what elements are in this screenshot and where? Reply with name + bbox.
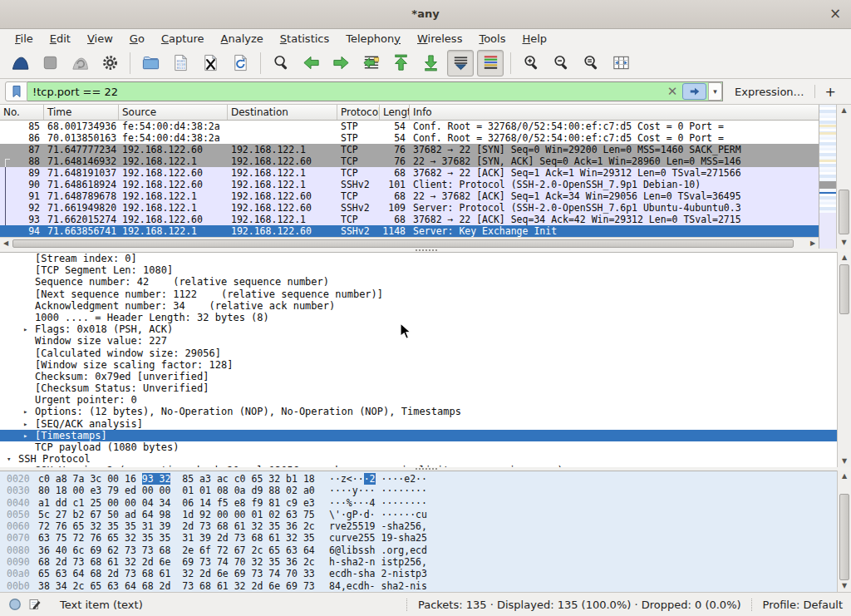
detail-line[interactable]: [Checksum Status: Unverified]	[0, 382, 837, 394]
toolbar-find-packet-button[interactable]	[268, 50, 294, 76]
detail-line[interactable]: ▸[SEQ/ACK analysis]	[0, 418, 837, 430]
packet-row-86[interactable]: 8670.013850163fe:54:00:d4:38:2aSTP54Conf…	[0, 132, 819, 144]
toolbar-colorize-button[interactable]	[477, 50, 504, 76]
detail-line[interactable]: Urgent pointer: 0	[0, 394, 837, 406]
column-header-info[interactable]: Info	[410, 105, 819, 120]
apply-filter-button[interactable]	[682, 83, 706, 100]
scroll-down-icon[interactable]: ▼	[837, 237, 851, 249]
menu-item-analyze[interactable]: Analyze	[213, 31, 272, 47]
scroll-up-icon[interactable]: ▲	[837, 105, 851, 116]
scroll-up-icon[interactable]: ▲	[838, 471, 851, 482]
column-header-time[interactable]: Time	[44, 105, 119, 120]
display-filter-input[interactable]	[27, 85, 664, 99]
packet-row-94[interactable]: 9471.663856741192.168.122.1192.168.122.6…	[0, 225, 819, 237]
toolbar-go-forward-button[interactable]	[327, 50, 354, 76]
expression-button[interactable]: Expression…	[723, 86, 814, 98]
packet-row-85[interactable]: 8568.001734936fe:54:00:d4:38:2aSTP54Conf…	[0, 121, 819, 132]
packet-row-88[interactable]: 8871.648146932192.168.122.1192.168.122.6…	[0, 155, 819, 167]
toolbar-go-to-packet-button[interactable]	[357, 50, 384, 76]
menu-item-view[interactable]: View	[79, 31, 121, 47]
toolbar-stop-capture-button[interactable]	[37, 50, 63, 76]
scrollbar-thumb[interactable]	[12, 239, 794, 248]
column-header-no[interactable]: No.	[0, 105, 44, 120]
toolbar-zoom-out-button[interactable]	[548, 50, 574, 76]
clear-filter-icon[interactable]: ✕	[664, 84, 681, 99]
expand-icon[interactable]: ▸	[23, 465, 27, 467]
menu-item-help[interactable]: Help	[514, 31, 555, 47]
detail-line[interactable]: Checksum: 0x79ed [unverified]	[0, 371, 837, 382]
menu-item-statistics[interactable]: Statistics	[272, 31, 337, 47]
column-header-source[interactable]: Source	[119, 105, 228, 120]
scrollbar-thumb[interactable]	[839, 264, 849, 314]
detail-line[interactable]: [Stream index: 0]	[0, 253, 837, 264]
scrollbar-thumb[interactable]	[839, 494, 849, 580]
packet-row-92[interactable]: 9271.661949820192.168.122.1192.168.122.6…	[0, 202, 819, 214]
menu-item-edit[interactable]: Edit	[42, 31, 79, 47]
hex-row-0080[interactable]: 008036 40 6c 69 62 73 73 68 2e 6f 72 67 …	[0, 545, 837, 556]
scroll-up-icon[interactable]: ▲	[838, 252, 851, 264]
detail-line[interactable]: [Next sequence number: 1122 (relative se…	[0, 288, 837, 300]
toolbar-resize-columns-button[interactable]	[608, 50, 634, 76]
scrollbar-thumb[interactable]	[839, 190, 849, 234]
toolbar-start-capture-button[interactable]	[7, 50, 33, 76]
detail-line[interactable]: [Calculated window size: 29056]	[0, 347, 837, 359]
scroll-down-icon[interactable]: ▼	[838, 456, 851, 467]
status-profile[interactable]: Profile: Default	[763, 599, 843, 611]
detail-line[interactable]: ▾SSH Protocol	[0, 453, 837, 465]
detail-line[interactable]: ▸Options: (12 bytes), No-Operation (NOP)…	[0, 406, 837, 417]
hex-row-0060[interactable]: 006072 76 65 32 35 35 31 39 2d 73 68 61 …	[0, 520, 837, 532]
hex-row-0040[interactable]: 0040a1 dd c1 25 00 00 04 34 06 14 f5 e8 …	[0, 497, 837, 509]
hex-row-00b0[interactable]: 00b038 34 2c 65 63 64 68 2d 73 68 61 32 …	[0, 580, 837, 592]
menu-item-capture[interactable]: Capture	[153, 31, 213, 47]
packet-row-91[interactable]: 9171.648789678192.168.122.1192.168.122.6…	[0, 190, 819, 202]
detail-line[interactable]: Acknowledgment number: 34 (relative ack …	[0, 300, 837, 312]
detail-line[interactable]: Sequence number: 42 (relative sequence n…	[0, 276, 837, 288]
filter-bookmark-button[interactable]	[5, 81, 27, 101]
expand-icon[interactable]: ▸	[23, 406, 27, 417]
toolbar-go-back-button[interactable]	[298, 50, 324, 76]
packet-list-vscrollbar[interactable]: ▲ ▼	[836, 105, 851, 249]
detail-line[interactable]: TCP payload (1080 bytes)	[0, 441, 837, 453]
toolbar-open-file-button[interactable]	[137, 50, 164, 76]
toolbar-restart-capture-button[interactable]	[66, 50, 93, 76]
detail-line[interactable]: ▸SSH Version 2 (encryption:chacha20-poly…	[0, 465, 837, 467]
expand-icon[interactable]: ▸	[23, 323, 27, 335]
detail-line[interactable]: 1000 .... = Header Length: 32 bytes (8)	[0, 312, 837, 323]
menu-item-wireless[interactable]: Wireless	[409, 31, 470, 47]
collapse-icon[interactable]: ▾	[7, 453, 11, 465]
menu-item-file[interactable]: File	[7, 31, 42, 47]
column-header-length[interactable]: Length	[380, 105, 410, 120]
toolbar-go-last-button[interactable]	[417, 50, 444, 76]
toolbar-auto-scroll-button[interactable]	[447, 50, 474, 76]
menu-item-go[interactable]: Go	[121, 31, 153, 47]
expert-info-button[interactable]	[8, 598, 22, 611]
packet-row-87[interactable]: 8771.647777234192.168.122.60192.168.122.…	[0, 144, 819, 155]
toolbar-capture-options-button[interactable]	[96, 50, 123, 76]
hex-row-0070[interactable]: 007063 75 72 76 65 32 35 35 31 39 2d 73 …	[0, 532, 837, 544]
column-header-protocol[interactable]: Protocol	[337, 105, 380, 120]
expand-icon[interactable]: ▸	[23, 430, 27, 441]
add-filter-button[interactable]: +	[815, 84, 846, 100]
detail-line[interactable]: Window size value: 227	[0, 335, 837, 347]
bytes-vscrollbar[interactable]: ▲ ▼	[837, 471, 851, 592]
hex-row-0020[interactable]: 0020c0 a8 7a 3c 00 16 93 32 85 a3 ac c0 …	[0, 473, 837, 485]
scroll-left-icon[interactable]: ◀	[0, 238, 12, 249]
pane-splitter[interactable]	[416, 468, 437, 470]
toolbar-close-file-button[interactable]	[197, 50, 224, 76]
packet-row-93[interactable]: 9371.662015274192.168.122.60192.168.122.…	[0, 214, 819, 225]
toolbar-zoom-reset-button[interactable]	[578, 50, 604, 76]
hex-row-00a0[interactable]: 00a065 63 64 68 2d 73 68 61 32 2d 6e 69 …	[0, 568, 837, 579]
details-vscrollbar[interactable]: ▲ ▼	[837, 252, 851, 467]
toolbar-save-file-button[interactable]: 010101100111	[167, 50, 194, 76]
packet-list-minimap[interactable]	[819, 105, 836, 249]
hex-row-0050[interactable]: 00505c 27 b2 67 50 ad 64 98 1d 92 00 00 …	[0, 509, 837, 520]
hex-row-0090[interactable]: 009068 2d 73 68 61 32 2d 6e 69 73 74 70 …	[0, 556, 837, 568]
expand-icon[interactable]: ▸	[23, 418, 27, 430]
hex-row-0030[interactable]: 003080 18 00 e3 79 ed 00 00 01 01 08 0a …	[0, 485, 837, 496]
close-window-button[interactable]: ×	[828, 6, 843, 21]
packet-row-90[interactable]: 9071.648618924192.168.122.60192.168.122.…	[0, 179, 819, 190]
pane-splitter[interactable]	[416, 249, 437, 251]
toolbar-zoom-in-button[interactable]	[518, 50, 544, 76]
scroll-right-icon[interactable]: ▶	[807, 238, 819, 249]
detail-line[interactable]: [Window size scaling factor: 128]	[0, 359, 837, 371]
